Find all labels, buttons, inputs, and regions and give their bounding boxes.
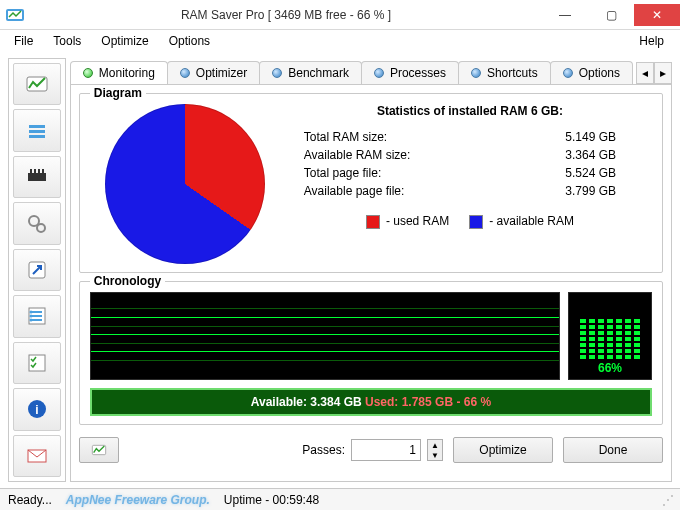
legend-available: - available RAM (469, 214, 574, 229)
main-panel: Monitoring Optimizer Benchmark Processes… (70, 58, 672, 482)
svg-point-15 (29, 311, 32, 314)
svg-rect-8 (34, 169, 36, 173)
sidebar-item-mail[interactable] (13, 435, 61, 477)
tab-icon (563, 68, 573, 78)
used-swatch-icon (366, 215, 380, 229)
tab-options[interactable]: Options (550, 61, 633, 84)
titlebar: RAM Saver Pro [ 3469 MB free - 66 % ] — … (0, 0, 680, 30)
menu-file[interactable]: File (6, 32, 41, 50)
bottom-controls: Passes: ▲▼ Optimize Done (79, 437, 663, 463)
stat-value: 5.524 GB (565, 166, 616, 180)
tab-label: Optimizer (196, 66, 247, 80)
sidebar: i (8, 58, 66, 482)
resize-grip-icon[interactable]: ⋰ (662, 493, 672, 507)
sidebar-item-processes[interactable] (13, 202, 61, 244)
svg-rect-10 (42, 169, 44, 173)
passes-input[interactable] (351, 439, 421, 461)
menubar: File Tools Optimize Options Help (0, 30, 680, 52)
meter-bars (580, 299, 640, 359)
stat-value: 3.364 GB (565, 148, 616, 162)
svg-rect-9 (38, 169, 40, 173)
tab-shortcuts[interactable]: Shortcuts (458, 61, 551, 84)
tab-processes[interactable]: Processes (361, 61, 459, 84)
menu-options[interactable]: Options (161, 32, 218, 50)
svg-point-12 (37, 224, 45, 232)
tab-scroll-right[interactable]: ▸ (654, 62, 672, 84)
svg-text:i: i (35, 403, 38, 417)
stat-label: Total RAM size: (304, 130, 387, 144)
svg-rect-3 (29, 125, 45, 128)
menu-optimize[interactable]: Optimize (93, 32, 156, 50)
chronology-graph (90, 292, 560, 380)
tabstrip: Monitoring Optimizer Benchmark Processes… (70, 58, 672, 84)
diagram-legend: Diagram (90, 86, 146, 100)
statusbar: Ready... AppNee Freeware Group. Uptime -… (0, 488, 680, 510)
menu-help[interactable]: Help (631, 32, 674, 50)
tab-icon (374, 68, 384, 78)
diagram-group: Diagram Statistics of installed RAM 6 GB… (79, 93, 663, 273)
tab-icon (272, 68, 282, 78)
svg-rect-5 (29, 135, 45, 138)
stat-row: Available page file:3.799 GB (294, 182, 646, 200)
sidebar-item-monitoring[interactable] (13, 63, 61, 105)
maximize-button[interactable]: ▢ (588, 4, 634, 26)
spinner-up-icon[interactable]: ▲ (428, 440, 442, 450)
sidebar-item-benchmark[interactable] (13, 156, 61, 198)
passes-spinner[interactable]: ▲▼ (427, 439, 443, 461)
tab-scroll-left[interactable]: ◂ (636, 62, 654, 84)
stat-label: Available page file: (304, 184, 405, 198)
svg-point-16 (29, 315, 32, 318)
svg-rect-18 (29, 355, 45, 371)
tab-content: Diagram Statistics of installed RAM 6 GB… (70, 84, 672, 482)
availability-text: Available: 3.384 GB Used: 1.785 GB - 66 … (251, 395, 491, 409)
status-ready: Ready... (8, 493, 52, 507)
optimize-button[interactable]: Optimize (453, 437, 553, 463)
avail-swatch-icon (469, 215, 483, 229)
passes-label: Passes: (302, 443, 345, 457)
svg-rect-4 (29, 130, 45, 133)
sidebar-item-tasks[interactable] (13, 342, 61, 384)
tab-label: Shortcuts (487, 66, 538, 80)
sidebar-item-info[interactable]: i (13, 388, 61, 430)
ram-meter: 66% (568, 292, 652, 380)
stat-row: Total RAM size:5.149 GB (294, 128, 646, 146)
tab-label: Benchmark (288, 66, 349, 80)
pie-legend: - used RAM - available RAM (294, 214, 646, 229)
stat-label: Total page file: (304, 166, 381, 180)
chronology-group: Chronology (79, 281, 663, 425)
legend-used: - used RAM (366, 214, 449, 229)
sidebar-item-shortcuts[interactable] (13, 249, 61, 291)
tab-active-icon (83, 68, 93, 78)
stat-value: 5.149 GB (565, 130, 616, 144)
tab-icon (471, 68, 481, 78)
menu-tools[interactable]: Tools (45, 32, 89, 50)
sidebar-item-options[interactable] (13, 295, 61, 337)
done-button[interactable]: Done (563, 437, 663, 463)
svg-rect-7 (30, 169, 32, 173)
svg-point-17 (29, 319, 32, 322)
legend-label: - used RAM (386, 214, 449, 228)
tab-monitoring[interactable]: Monitoring (70, 61, 168, 84)
meter-percent: 66% (598, 361, 622, 375)
monitor-mini-button[interactable] (79, 437, 119, 463)
ram-pie-chart (105, 104, 265, 264)
window-title: RAM Saver Pro [ 3469 MB free - 66 % ] (30, 8, 542, 22)
legend-label: - available RAM (489, 214, 574, 228)
stat-label: Available RAM size: (304, 148, 411, 162)
tab-label: Monitoring (99, 66, 155, 80)
pie-chart-wrap (90, 104, 280, 264)
stat-row: Available RAM size:3.364 GB (294, 146, 646, 164)
tab-label: Options (579, 66, 620, 80)
status-uptime: Uptime - 00:59:48 (224, 493, 319, 507)
chronology-legend: Chronology (90, 274, 165, 288)
svg-rect-6 (28, 173, 46, 181)
tab-optimizer[interactable]: Optimizer (167, 61, 260, 84)
close-button[interactable]: ✕ (634, 4, 680, 26)
spinner-down-icon[interactable]: ▼ (428, 450, 442, 460)
tab-benchmark[interactable]: Benchmark (259, 61, 362, 84)
sidebar-item-optimizer[interactable] (13, 109, 61, 151)
availability-bar: Available: 3.384 GB Used: 1.785 GB - 66 … (90, 388, 652, 416)
stats-title: Statistics of installed RAM 6 GB: (294, 104, 646, 118)
minimize-button[interactable]: — (542, 4, 588, 26)
tab-label: Processes (390, 66, 446, 80)
